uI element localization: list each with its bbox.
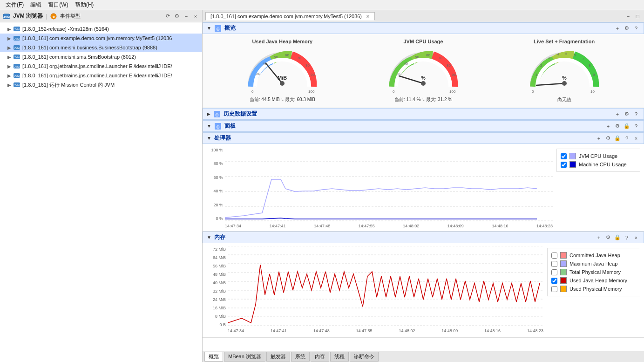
overview-collapse-icon: ▼	[207, 26, 211, 31]
bottom-tab-label-1: MBean 浏览器	[228, 354, 261, 359]
processor-header[interactable]: ▼ 处理器 + ⚙ 🔒 ? ×	[203, 132, 644, 144]
svg-text:%: %	[421, 75, 426, 81]
legend-checkbox-used-heap[interactable]	[551, 278, 557, 284]
tree-item-0[interactable]: ▶ JVM [1.8.0_152-release] -Xms128m (5164…	[0, 24, 202, 34]
memory-header[interactable]: ▼ 内存 + ⚙ 🔒 ? ×	[203, 232, 644, 243]
legend-checkbox-jvm-cpu[interactable]	[561, 153, 567, 159]
history-header-right: + ⚙ ?	[614, 110, 640, 118]
svg-text:5: 5	[565, 52, 568, 56]
bottom-tab-1[interactable]: MBean 浏览器	[224, 352, 265, 362]
memory-close-icon[interactable]: ×	[632, 234, 640, 241]
overview-help-icon[interactable]: ?	[632, 25, 640, 32]
dashboard-header-right: + ⚙ 🔒 ?	[604, 123, 640, 130]
tab-close-icon[interactable]: ✕	[366, 14, 370, 19]
minus-icon[interactable]: −	[183, 13, 190, 20]
legend-checkbox-committed[interactable]	[551, 253, 557, 259]
dashboard-add-icon[interactable]: +	[604, 123, 612, 130]
dashboard-header-left: ▼ ◎ 面板	[207, 122, 236, 130]
dashboard-header[interactable]: ▼ ◎ 面板 + ⚙ 🔒 ?	[203, 120, 644, 132]
memory-section: ▼ 内存 + ⚙ 🔒 ? × 72 MiB	[203, 232, 644, 338]
svg-line-44	[536, 83, 564, 85]
gauge-cpu: JVM CPU Usage % 0 20	[386, 39, 461, 103]
memory-y-labels: 72 MiB 64 MiB 56 MiB 48 MiB 40 MiB 32 Mi…	[206, 246, 228, 335]
svg-text:20: 20	[256, 72, 260, 76]
history-header[interactable]: ▶ ◎ 历史数据设置 + ⚙ ?	[203, 108, 644, 120]
processor-config-icon[interactable]: ⚙	[604, 135, 612, 142]
tree-item-label-0: [1.8.0_152-release] -Xms128m (5164)	[22, 26, 109, 32]
legend-checkbox-max-heap[interactable]	[551, 261, 557, 267]
memory-add-icon[interactable]: +	[595, 234, 603, 241]
history-config-icon[interactable]: ⚙	[623, 110, 630, 118]
dashboard-lock-icon[interactable]: 🔒	[623, 123, 630, 130]
svg-text:JVM: JVM	[14, 47, 20, 49]
svg-text:8: 8	[589, 63, 591, 68]
svg-text:MiB: MiB	[278, 75, 287, 81]
legend-checkbox-machine-cpu[interactable]	[561, 162, 567, 168]
refresh-icon[interactable]: ⟳	[164, 13, 171, 20]
legend-checkbox-total-phys[interactable]	[551, 269, 557, 275]
menu-file[interactable]: 文件(F)	[3, 0, 27, 9]
tree-item-3[interactable]: ▶ JVM [1.8.0_161] com.meishi.sms.SmsBoot…	[0, 52, 202, 61]
close-left-icon[interactable]: ×	[192, 13, 199, 20]
bottom-tab-6[interactable]: 诊断命令	[350, 352, 379, 362]
jvm-node-icon-5: JVM	[13, 72, 20, 79]
gauge-live-svg: % 0 1 2 3 4 5 6 7 8 9 10	[527, 47, 602, 94]
bottom-tab-3[interactable]: 系统	[291, 352, 310, 362]
processor-lock-icon[interactable]: 🔒	[614, 135, 621, 142]
history-collapse-icon: ▶	[207, 111, 210, 116]
overview-header[interactable]: ▼ ◎ 概览 + ⚙ ?	[203, 22, 644, 34]
svg-text:50: 50	[415, 55, 419, 59]
history-help-icon[interactable]: ?	[632, 110, 640, 118]
bottom-tab-5[interactable]: 线程	[330, 352, 349, 362]
tree-item-2[interactable]: ▶ JVM [1.8.0_161] com.meishi.business.Bu…	[0, 43, 202, 52]
bottom-tab-2[interactable]: 触发器	[266, 352, 290, 362]
maximize-icon[interactable]: □	[634, 13, 641, 20]
left-panel: JVM JVM 浏览器 | ★ 事件类型 ⟳ ⚙ − × ▶ JVM [1.8.…	[0, 10, 203, 362]
overview-config-icon[interactable]: ⚙	[623, 25, 630, 32]
minimize-icon[interactable]: −	[624, 13, 632, 20]
bottom-tab-4[interactable]: 内存	[311, 352, 329, 362]
processor-help-icon[interactable]: ?	[623, 135, 630, 142]
main-tab[interactable]: [1.8.0_161] com.example.demo.com.jvm.mem…	[205, 12, 375, 20]
tree-item-6[interactable]: ▶ JVM [1.8.0_161] 运行 Mission Control 的 J…	[0, 80, 202, 89]
processor-legend: JVM CPU Usage Machine CPU Usage	[556, 149, 640, 172]
tree-item-4[interactable]: ▶ JVM [1.8.0_161] org.jetbrains.jps.cmdl…	[0, 61, 202, 71]
svg-text:100: 100	[449, 89, 456, 94]
overview-add-icon[interactable]: +	[614, 25, 621, 32]
bottom-tabs: 概览 MBean 浏览器 触发器 系统 内存 线程 诊断命令	[203, 351, 644, 362]
memory-help-icon[interactable]: ?	[623, 234, 630, 241]
left-panel-subtitle: 事件类型	[60, 13, 81, 20]
tree-item-5[interactable]: ▶ JVM [1.8.0_161] org.jetbrains.jps.cmdl…	[0, 71, 202, 80]
menu-edit[interactable]: 编辑	[27, 0, 44, 9]
bottom-tab-0[interactable]: 概览	[204, 352, 223, 362]
svg-point-45	[562, 81, 567, 86]
legend-label-machine-cpu: Machine CPU Usage	[579, 162, 627, 167]
memory-header-left: ▼ 内存	[207, 233, 225, 241]
main-container: JVM JVM 浏览器 | ★ 事件类型 ⟳ ⚙ − × ▶ JVM [1.8.…	[0, 10, 644, 362]
gauge-cpu-status: 当前: 11.4 % ≈ 最大: 31.2 %	[394, 96, 452, 103]
jvm-node-icon-3: JVM	[13, 53, 20, 61]
dashboard-help-icon[interactable]: ?	[632, 123, 640, 130]
gauge-live-title: Live Set + Fragmentation	[534, 39, 595, 44]
memory-chart-area: 72 MiB 64 MiB 56 MiB 48 MiB 40 MiB 32 Mi…	[206, 246, 543, 335]
processor-close-icon[interactable]: ×	[632, 135, 640, 142]
processor-add-icon[interactable]: +	[595, 135, 603, 142]
legend-color-committed	[560, 252, 567, 259]
menu-window[interactable]: 窗口(W)	[45, 0, 71, 9]
svg-text:0: 0	[393, 89, 395, 94]
memory-lock-icon[interactable]: 🔒	[614, 234, 621, 241]
svg-text:40: 40	[263, 61, 267, 66]
svg-text:60: 60	[426, 53, 430, 57]
dashboard-config-icon[interactable]: ⚙	[614, 123, 621, 130]
tree-item-label-3: [1.8.0_161] com.meishi.sms.SmsBootstrap …	[22, 54, 136, 60]
history-add-icon[interactable]: +	[614, 110, 621, 118]
gauge-heap-title: Used Java Heap Memory	[252, 39, 313, 44]
menu-help[interactable]: 帮助(H)	[72, 0, 97, 9]
memory-config-icon[interactable]: ⚙	[604, 234, 612, 241]
svg-text:4: 4	[557, 52, 559, 56]
tree-item-1[interactable]: ▶ JVM [1.8.0_161] com.example.demo.com.j…	[0, 34, 202, 43]
svg-text:50: 50	[274, 55, 278, 59]
legend-checkbox-used-phys[interactable]	[551, 286, 557, 292]
settings-icon[interactable]: ⚙	[173, 13, 181, 20]
jvm-node-icon-2: JVM	[13, 44, 20, 51]
